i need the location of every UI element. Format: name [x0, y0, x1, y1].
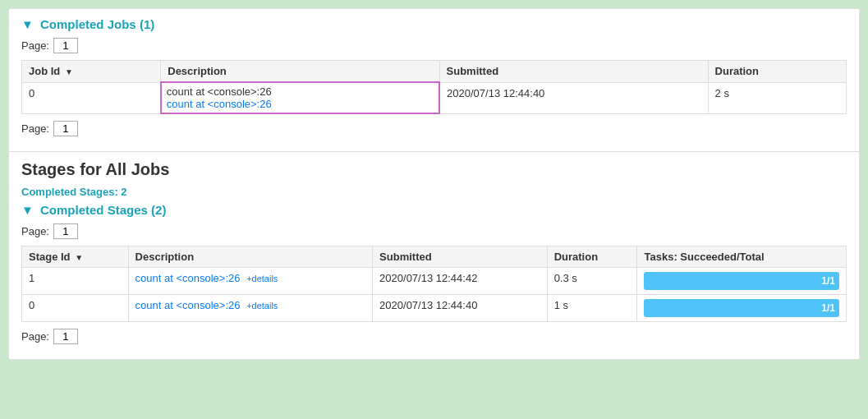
- jobs-col-id[interactable]: Job Id ▼: [22, 61, 161, 83]
- stages-page-label-top: Page:: [21, 225, 49, 237]
- stage-details-link-1[interactable]: +details: [246, 274, 278, 283]
- job-submitted-cell: 2020/07/13 12:44:40: [439, 82, 708, 113]
- sort-arrow-id: ▼: [65, 67, 73, 76]
- stage-description-cell-1: count at <console>:26 +details: [128, 268, 373, 295]
- stage-tasks-cell-1: 1/1: [637, 268, 847, 295]
- stages-col-submitted: Submitted: [373, 246, 548, 268]
- stage-progress-bar-1: 1/1: [644, 272, 839, 290]
- jobs-table: Job Id ▼ Description Submitted Duration …: [21, 60, 847, 114]
- stage-duration-cell-1: 0.3 s: [547, 268, 637, 295]
- completed-jobs-arrow: ▼: [21, 17, 34, 31]
- stages-col-duration: Duration: [547, 246, 637, 268]
- stages-main-title: Stages for All Jobs: [21, 160, 847, 179]
- stage-description-link-1[interactable]: count at <console>:26: [135, 272, 241, 284]
- stage-id-cell-1: 1: [22, 268, 129, 295]
- jobs-page-input-bottom[interactable]: [53, 121, 78, 136]
- completed-jobs-title: Completed Jobs (1): [40, 17, 154, 31]
- stage-progress-bar-0: 1/1: [644, 299, 839, 317]
- jobs-page-control-bottom: Page:: [21, 121, 847, 136]
- stage-submitted-cell-1: 2020/07/13 12:44:42: [373, 268, 548, 295]
- table-row: 0 count at <console>:26 +details 2020/07…: [22, 295, 847, 322]
- stages-page-control-top: Page:: [21, 223, 847, 239]
- completed-stages-header[interactable]: ▼ Completed Stages (2): [21, 203, 847, 217]
- stages-col-id[interactable]: Stage Id ▼: [22, 246, 129, 268]
- stages-page-label-bottom: Page:: [21, 330, 49, 343]
- table-row: 0 count at <console>:26 count at <consol…: [22, 82, 847, 113]
- stages-page-input-top[interactable]: [53, 223, 78, 239]
- jobs-col-duration: Duration: [708, 61, 846, 83]
- completed-jobs-header[interactable]: ▼ Completed Jobs (1): [21, 17, 847, 31]
- jobs-col-description: Description: [161, 61, 439, 83]
- stage-submitted-cell-0: 2020/07/13 12:44:40: [373, 295, 548, 322]
- stage-duration-cell-0: 1 s: [547, 295, 637, 322]
- stages-section: Stages for All Jobs Completed Stages: 2 …: [9, 151, 859, 359]
- completed-jobs-section: ▼ Completed Jobs (1) Page: Job Id ▼ Desc…: [9, 9, 859, 151]
- job-description-link[interactable]: count at <console>:26: [167, 98, 272, 110]
- stages-page-input-bottom[interactable]: [53, 329, 78, 344]
- stage-tasks-text-0: 1/1: [821, 302, 835, 314]
- job-description-cell: count at <console>:26 count at <console>…: [161, 82, 439, 113]
- stage-tasks-cell-0: 1/1: [637, 295, 847, 322]
- stage-description-cell-0: count at <console>:26 +details: [128, 295, 373, 322]
- jobs-col-submitted: Submitted: [439, 61, 708, 83]
- sort-arrow-stage-id: ▼: [75, 253, 83, 262]
- stage-details-link-0[interactable]: +details: [246, 301, 278, 311]
- stage-description-link-0[interactable]: count at <console>:26: [135, 299, 241, 311]
- stage-id-cell-0: 0: [22, 295, 129, 322]
- completed-stages-label: Completed Stages: 2: [21, 186, 847, 198]
- completed-stages-title: Completed Stages (2): [40, 203, 166, 217]
- jobs-page-label-bottom: Page:: [21, 122, 49, 135]
- jobs-page-label-top: Page:: [21, 39, 49, 52]
- job-id-cell: 0: [22, 82, 161, 113]
- job-duration-cell: 2 s: [708, 82, 846, 113]
- jobs-page-control-top: Page:: [21, 38, 847, 53]
- stage-tasks-text-1: 1/1: [821, 275, 835, 287]
- stages-table: Stage Id ▼ Description Submitted Duratio…: [21, 246, 847, 322]
- jobs-page-input-top[interactable]: [53, 38, 78, 53]
- stages-col-tasks: Tasks: Succeeded/Total: [637, 246, 847, 268]
- stages-page-control-bottom: Page:: [21, 329, 847, 344]
- table-row: 1 count at <console>:26 +details 2020/07…: [22, 268, 847, 295]
- completed-stages-arrow: ▼: [21, 203, 34, 217]
- job-description-text: count at <console>:26: [167, 85, 434, 98]
- stages-col-description: Description: [128, 246, 373, 268]
